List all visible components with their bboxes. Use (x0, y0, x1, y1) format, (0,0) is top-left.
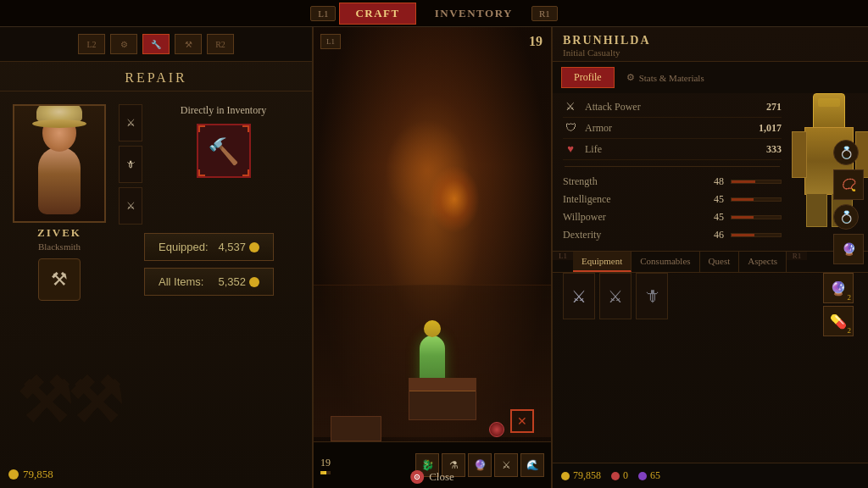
map-button[interactable]: L1 (320, 34, 341, 49)
stat-armor: 🛡 Armor 1,017 (563, 118, 782, 139)
intelligence-bar (731, 197, 782, 202)
weapon-slot-column: ⚔ 🗡 ⚔ (119, 104, 142, 225)
close-circle-icon: ⊙ (410, 470, 424, 484)
strength-fill (732, 180, 755, 183)
equipped-weapon-3[interactable]: 🗡 (636, 273, 668, 319)
left-panel-repair: L2 ⚙ 🔧 ⚒ R2 REPAIR ZIVEK (0, 27, 314, 488)
tab-stats-materials[interactable]: ⚙ Stats & Materials (618, 67, 713, 88)
xp-fill (320, 471, 326, 474)
center-game-panel: 19 L1 ✕ 19 (314, 27, 551, 488)
tab-consumables[interactable]: Consumables (632, 252, 699, 272)
resource2-icon (638, 472, 647, 480)
consumable-slot-1[interactable]: 🔮 2 (823, 273, 854, 303)
item-slot[interactable]: 🔨 (197, 124, 251, 178)
attr-strength: Strength 48 (563, 173, 782, 191)
attr-willpower: Willpower 45 (563, 208, 782, 226)
repair-all-button[interactable]: All Items: 5,352 (144, 268, 274, 296)
ring-slot-2[interactable]: 💍 (833, 204, 859, 230)
left-gold-display: 79,858 (8, 468, 53, 481)
repair-buttons: Equipped: 4,537 All Items: 5,352 (119, 233, 299, 296)
equipment-tab-bar: L1 Equipment Consumables Quest Aspects R… (553, 251, 868, 273)
inventory-item-area: Directly in Inventory 🔨 (147, 104, 299, 225)
close-button[interactable]: ⊙ Close (410, 470, 454, 484)
willpower-fill (732, 216, 754, 219)
weapon-slot-2[interactable]: 🗡 (119, 146, 142, 183)
inventory-label: Directly in Inventory (147, 104, 299, 117)
xp-bar (320, 471, 331, 474)
consumable-count-1: 2 (848, 293, 852, 302)
decorative-text: ⚒⚒ (17, 365, 119, 437)
repair-equipped-label: Equipped: (159, 241, 209, 253)
character-name: BRUNHILDA (563, 34, 858, 47)
smith-tab-repair[interactable]: 🔧 (142, 34, 170, 54)
stats-column: ⚔ Attack Power 271 🛡 Armor 1,017 ♥ Life … (553, 93, 792, 247)
ring-slot-1[interactable]: 💍 (833, 140, 859, 165)
forge-top (409, 379, 476, 391)
health-orb (489, 422, 504, 437)
equipment-spacer (672, 273, 819, 336)
helmet-visor (818, 98, 840, 107)
corner-bl (198, 169, 205, 176)
char-head (424, 320, 441, 337)
item-icon: 🔨 (208, 136, 239, 166)
l1-button[interactable]: L1 (310, 6, 336, 21)
dexterity-label: Dexterity (563, 229, 698, 241)
game-view: 19 L1 ✕ 19 (314, 27, 551, 488)
weapon-slot-1[interactable]: ⚔ (119, 104, 142, 141)
helmet (813, 93, 845, 129)
tab-profile[interactable]: Profile (561, 67, 615, 88)
dexterity-bar (731, 233, 782, 237)
attack-power-value: 271 (748, 101, 782, 114)
action-slot-3[interactable]: 🔮 (468, 453, 492, 477)
tab-quest[interactable]: Quest (700, 252, 740, 272)
smith-tab-bar: L2 ⚙ 🔧 ⚒ R2 (0, 27, 312, 62)
gold-icon (561, 472, 570, 480)
intelligence-label: Intelligence (563, 193, 698, 206)
tab-craft[interactable]: CRAFT (339, 3, 415, 25)
smith-tab-r2[interactable]: R2 (207, 34, 234, 54)
intelligence-fill (732, 198, 754, 201)
accessory-slot[interactable]: 🔮 (833, 234, 864, 264)
weapon-slot-3[interactable]: ⚔ (119, 187, 142, 225)
equipped-weapon-1[interactable]: ⚔ (563, 273, 595, 319)
right-gold-display: 79,858 (561, 469, 601, 482)
action-slot-5[interactable]: 🌊 (520, 453, 544, 477)
strength-value: 48 (698, 175, 724, 188)
armor-icon: 🛡 (563, 120, 578, 136)
tab-inventory[interactable]: INVENTORY (420, 3, 528, 24)
smith-tab-1[interactable]: ⚙ (110, 34, 137, 54)
repair-equipped-cost: 4,537 (218, 241, 259, 253)
resource1-icon (611, 472, 620, 480)
r1-button[interactable]: R1 (531, 6, 558, 21)
profile-main-area: ⚔ Attack Power 271 🛡 Armor 1,017 ♥ Life … (553, 93, 868, 247)
intelligence-value: 45 (698, 193, 724, 206)
gold-coin-icon-2 (249, 277, 259, 287)
smith-tab-3[interactable]: ⚒ (175, 34, 202, 54)
armor-label: Armor (585, 122, 741, 135)
stat-attack-power: ⚔ Attack Power 271 (563, 97, 782, 118)
character-model-column: 💍 📿 💍 🔮 (792, 93, 868, 247)
tab-equipment[interactable]: Equipment (573, 252, 632, 272)
bottom-level-display: 19 (320, 457, 331, 474)
repair-equipped-button[interactable]: Equipped: 4,537 (144, 233, 274, 261)
repair-all-cost: 5,352 (218, 275, 259, 288)
ambient-light (385, 119, 470, 221)
action-slot-4[interactable]: ⚔ (494, 453, 518, 477)
resource2-amount: 65 (650, 469, 660, 482)
attr-intelligence: Intelligence 45 (563, 191, 782, 208)
left-gold-amount: 79,858 (23, 468, 53, 481)
equip-tab-left-btn[interactable]: L1 (553, 252, 573, 260)
dexterity-fill (732, 234, 754, 236)
merchant-portrait (13, 104, 106, 223)
strength-bar (731, 180, 782, 184)
willpower-label: Willpower (563, 211, 698, 224)
smith-tab-l2[interactable]: L2 (78, 34, 105, 54)
consumable-count-2: 2 (848, 326, 852, 335)
tab-aspects[interactable]: Aspects (739, 252, 787, 272)
resource1-display: 0 (611, 469, 628, 482)
consumable-slot-2[interactable]: 💊 2 (823, 306, 854, 336)
equip-tab-right-btn[interactable]: R1 (787, 252, 807, 260)
attack-power-icon: ⚔ (563, 99, 578, 114)
necklace-slot[interactable]: 📿 (833, 169, 864, 200)
equipped-weapon-2[interactable]: ⚔ (599, 273, 632, 319)
